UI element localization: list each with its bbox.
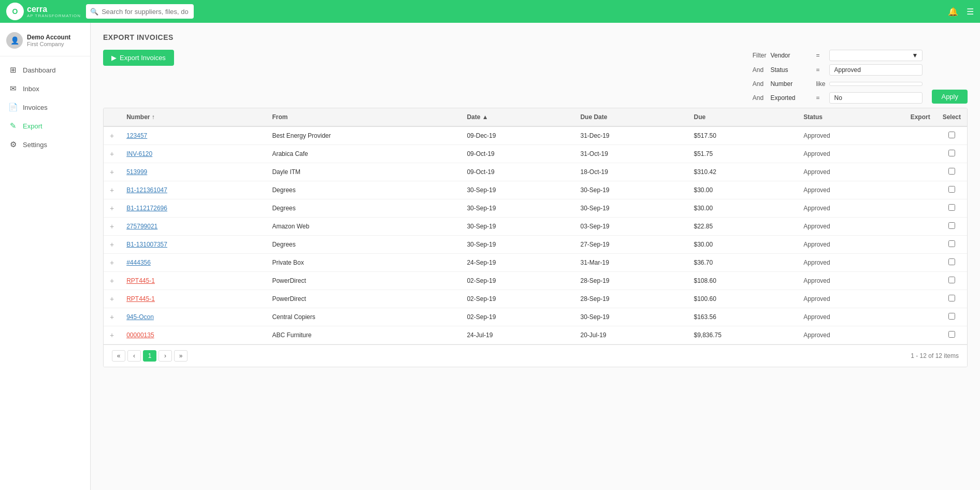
row-from-0: Best Energy Provider (266, 126, 460, 145)
page-next-button[interactable]: › (158, 350, 172, 362)
row-number-2[interactable]: 513999 (120, 163, 266, 181)
row-checkbox-2[interactable] (948, 168, 955, 175)
row-checkbox-4[interactable] (948, 204, 955, 211)
sidebar-item-export[interactable]: ✎ Export (0, 117, 90, 135)
row-export-5 (904, 218, 936, 236)
filter-section: Filter Vendor = ▼ And Status = Approved (753, 50, 968, 104)
row-status-10: Approved (797, 308, 904, 326)
row-due-0: $517.50 (688, 126, 798, 145)
row-status-2: Approved (797, 163, 904, 181)
row-due-date-9: 28-Sep-19 (574, 290, 687, 308)
page-last-button[interactable]: » (174, 350, 188, 362)
logo-circle: O (6, 3, 24, 20)
col-date[interactable]: Date ▲ (460, 108, 574, 126)
export-button-label: Export Invoices (120, 54, 166, 62)
topnav-right: 🔔 ☰ (948, 7, 974, 17)
sidebar-item-settings[interactable]: ⚙ Settings (0, 135, 90, 154)
row-checkbox-0[interactable] (948, 132, 955, 138)
row-select-0[interactable] (936, 126, 967, 145)
row-select-3[interactable] (936, 181, 967, 199)
row-due-6: $30.00 (688, 236, 798, 254)
row-checkbox-11[interactable] (948, 331, 955, 338)
row-expand-5[interactable]: + (104, 218, 120, 236)
col-export: Export (904, 108, 936, 126)
logo-sub: AP TRANSFORMATION (27, 13, 81, 18)
row-select-7[interactable] (936, 254, 967, 272)
row-select-10[interactable] (936, 308, 967, 326)
row-export-2 (904, 163, 936, 181)
col-number[interactable]: Number ↑ (120, 108, 266, 126)
row-status-3: Approved (797, 181, 904, 199)
row-due-1: $51.75 (688, 145, 798, 163)
row-expand-4[interactable]: + (104, 199, 120, 218)
sidebar-item-invoices[interactable]: 📄 Invoices (0, 98, 90, 117)
row-number-6[interactable]: B1-131007357 (120, 236, 266, 254)
col-select: Select (936, 108, 967, 126)
row-select-1[interactable] (936, 145, 967, 163)
row-export-6 (904, 236, 936, 254)
row-number-9[interactable]: RPT445-1 (120, 290, 266, 308)
search-icon: 🔍 (90, 8, 98, 16)
row-from-8: PowerDirect (266, 272, 460, 290)
row-expand-11[interactable]: + (104, 326, 120, 344)
page-1-button[interactable]: 1 (143, 350, 156, 362)
row-checkbox-9[interactable] (948, 295, 955, 301)
row-expand-1[interactable]: + (104, 145, 120, 163)
row-expand-3[interactable]: + (104, 181, 120, 199)
bell-icon[interactable]: 🔔 (948, 7, 958, 17)
row-number-3[interactable]: B1-121361047 (120, 181, 266, 199)
row-checkbox-8[interactable] (948, 277, 955, 283)
filter-value-3[interactable]: No (829, 92, 923, 104)
filter-connector-0: Filter (753, 50, 767, 61)
apply-button[interactable]: Apply (932, 90, 968, 104)
sidebar-item-dashboard[interactable]: ⊞ Dashboard (0, 61, 90, 79)
inbox-icon: ✉ (8, 84, 18, 93)
row-select-4[interactable] (936, 199, 967, 218)
row-number-4[interactable]: B1-112172696 (120, 199, 266, 218)
filter-op-2: like (816, 80, 825, 88)
row-expand-6[interactable]: + (104, 236, 120, 254)
row-number-5[interactable]: 275799021 (120, 218, 266, 236)
table-row: + 123457 Best Energy Provider 09-Dec-19 … (104, 126, 967, 145)
row-checkbox-7[interactable] (948, 258, 955, 265)
row-select-8[interactable] (936, 272, 967, 290)
row-number-8[interactable]: RPT445-1 (120, 272, 266, 290)
filter-value-2[interactable] (829, 82, 923, 86)
row-checkbox-5[interactable] (948, 222, 955, 229)
row-select-9[interactable] (936, 290, 967, 308)
filter-connector-1: And (753, 65, 767, 75)
row-expand-7[interactable]: + (104, 254, 120, 272)
page-first-button[interactable]: « (112, 350, 125, 362)
row-checkbox-6[interactable] (948, 240, 955, 247)
row-select-11[interactable] (936, 326, 967, 344)
row-number-0[interactable]: 123457 (120, 126, 266, 145)
row-export-7 (904, 254, 936, 272)
menu-icon[interactable]: ☰ (967, 7, 974, 17)
page-prev-button[interactable]: ‹ (127, 350, 141, 362)
row-expand-2[interactable]: + (104, 163, 120, 181)
row-due-8: $108.60 (688, 272, 798, 290)
row-number-1[interactable]: INV-6120 (120, 145, 266, 163)
row-export-0 (904, 126, 936, 145)
filter-value-1[interactable]: Approved (829, 64, 923, 76)
sidebar-item-inbox[interactable]: ✉ Inbox (0, 79, 90, 98)
row-select-2[interactable] (936, 163, 967, 181)
row-number-11[interactable]: 00000135 (120, 326, 266, 344)
row-from-1: Arabica Cafe (266, 145, 460, 163)
row-select-5[interactable] (936, 218, 967, 236)
row-expand-0[interactable]: + (104, 126, 120, 145)
row-expand-9[interactable]: + (104, 290, 120, 308)
filter-value-0[interactable]: ▼ (829, 50, 923, 61)
row-expand-8[interactable]: + (104, 272, 120, 290)
row-expand-10[interactable]: + (104, 308, 120, 326)
row-checkbox-3[interactable] (948, 186, 955, 193)
row-checkbox-10[interactable] (948, 313, 955, 320)
row-date-5: 30-Sep-19 (460, 218, 574, 236)
search-input[interactable] (86, 4, 194, 19)
row-number-7[interactable]: #444356 (120, 254, 266, 272)
export-invoices-button[interactable]: ▶ Export Invoices (103, 50, 174, 66)
row-select-6[interactable] (936, 236, 967, 254)
row-checkbox-1[interactable] (948, 150, 955, 156)
row-number-10[interactable]: 945-Ocon (120, 308, 266, 326)
filter-field-2: Number (770, 80, 812, 88)
